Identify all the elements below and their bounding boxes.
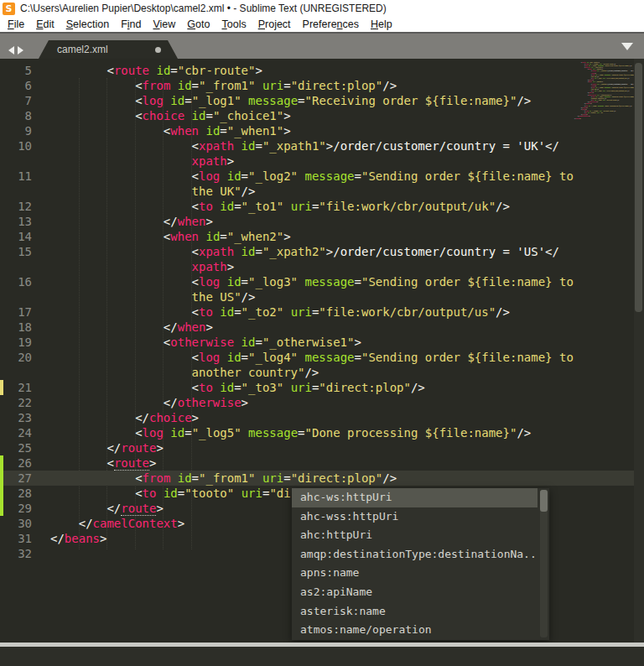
code-row[interactable]: 10 <xpath id="_xpath1">/order/customer/c… <box>0 138 634 153</box>
code-row[interactable]: 5 <route id="cbr-route"> <box>0 63 634 78</box>
code-row[interactable]: another country"/> <box>0 365 634 380</box>
menu-project[interactable]: Project <box>252 18 297 32</box>
menu-edit[interactable]: Edit <box>30 18 60 32</box>
tab-nav-back-icon[interactable] <box>8 46 14 55</box>
code-row[interactable]: 9 <when id="_when1"> <box>0 123 634 138</box>
line-number: 28 <box>0 486 32 501</box>
autocomplete-item[interactable]: ahc-ws:httpUri <box>292 488 538 507</box>
code-row[interactable]: 21 <to id="_to3" uri="direct:plop"/> <box>0 380 634 395</box>
tab-camel2-xml[interactable]: camel2.xml <box>39 40 178 59</box>
code-text: </otherwise> <box>32 396 248 409</box>
code-row[interactable]: 19 <otherwise id="_otherwise1"> <box>0 335 634 350</box>
menu-preferences[interactable]: Preferences <box>297 18 365 32</box>
autocomplete-item[interactable]: amqp:destinationType:destinationNa.. <box>292 545 538 565</box>
line-number: 5 <box>0 63 32 78</box>
code-text: xpath> <box>32 154 234 168</box>
sublime-logo-icon: S <box>3 3 15 15</box>
autocomplete-item[interactable]: as2:apiName <box>292 583 538 602</box>
line-number: 22 <box>0 395 32 410</box>
autocomplete-item[interactable]: ahc:httpUri <box>292 526 538 545</box>
menu-goto[interactable]: Goto <box>181 18 216 32</box>
code-row[interactable]: 6 <from id="_from1" uri="direct:plop"/> <box>0 78 634 93</box>
autocomplete-item[interactable]: apns:name <box>292 564 538 583</box>
line-number: 6 <box>0 78 32 93</box>
menu-tools[interactable]: Tools <box>216 18 252 32</box>
code-row[interactable]: 17 <to id="_to2" uri="file:work/cbr/outp… <box>0 304 634 320</box>
code-row[interactable]: 13 </when> <box>0 214 634 229</box>
code-row[interactable]: 11 <log id="_log2" message="Sending orde… <box>0 169 634 184</box>
code-text: <otherwise id="_otherwise1"> <box>32 336 361 349</box>
code-row[interactable]: 14 <when id="_when2"> <box>0 229 634 244</box>
editor-scrollbar-track[interactable] <box>634 59 644 643</box>
tab-label: camel2.xml <box>39 44 108 55</box>
editor-scrollbar-thumb[interactable] <box>635 63 642 312</box>
line-number: 30 <box>0 516 32 531</box>
code-row[interactable]: 25 </route> <box>0 440 634 455</box>
code-row[interactable]: 18 </when> <box>0 320 634 335</box>
code-editor[interactable]: 5 <route id="cbr-route">6 <from id="_fro… <box>0 59 644 643</box>
line-number: 20 <box>0 350 32 365</box>
code-row[interactable]: 16 <log id="_log3" message="Sending orde… <box>0 274 634 289</box>
code-text: <when id="_when2"> <box>32 230 291 243</box>
code-row[interactable]: 15 <xpath id="_xpath2">/order/customer/c… <box>0 244 634 259</box>
code-text: xpath> <box>32 260 234 273</box>
code-row[interactable]: 27 <from id="_from1" uri="direct:plop"/> <box>0 471 634 486</box>
code-text: <log id="_log4" message="Sending order $… <box>32 351 574 364</box>
popup-scrollbar-thumb[interactable] <box>540 490 548 512</box>
line-number: 7 <box>0 93 32 108</box>
line-number: 19 <box>0 335 32 350</box>
line-number: 18 <box>0 320 32 335</box>
code-text: <log id="_log3" message="Sending order $… <box>32 275 574 289</box>
line-number: 10 <box>0 138 32 153</box>
line-number: 24 <box>0 425 32 440</box>
menu-find[interactable]: Find <box>115 18 147 32</box>
code-text: </when> <box>32 215 213 228</box>
tab-nav-forward-icon[interactable] <box>18 46 23 55</box>
code-row[interactable]: the UK"/> <box>0 184 634 199</box>
code-text: <xpath id="_xpath2">/order/customer/coun… <box>32 245 559 258</box>
autocomplete-item[interactable]: atmos:name/operation <box>292 621 538 640</box>
code-row[interactable]: 22 </otherwise> <box>0 395 634 410</box>
line-number: 26 <box>0 455 32 471</box>
code-text: <route> <box>32 456 156 470</box>
line-number: 9 <box>0 123 32 138</box>
code-row[interactable]: 26 <route> <box>0 455 634 471</box>
line-number: 15 <box>0 244 32 259</box>
code-text: the US"/> <box>32 290 255 304</box>
code-text <box>32 547 50 560</box>
tab-list-dropdown-icon[interactable] <box>621 43 633 50</box>
title-bar: S C:\Users\Aurelien Pupier\Desktop\camel… <box>0 0 644 18</box>
code-row[interactable]: 20 <log id="_log4" message="Sending orde… <box>0 350 634 365</box>
menu-file[interactable]: File <box>2 18 30 32</box>
code-row[interactable]: 7 <log id="_log1" message="Receiving ord… <box>0 93 634 108</box>
line-number: 21 <box>0 380 32 395</box>
code-row[interactable]: 24 <log id="_log5" message="Done process… <box>0 425 634 440</box>
code-text: <from id="_from1" uri="direct:plop"/> <box>32 79 397 92</box>
code-text: </route> <box>32 441 164 455</box>
line-number: 23 <box>0 410 32 425</box>
code-row[interactable]: 32 <box>572 119 634 121</box>
code-row[interactable]: 8 <choice id="_choice1"> <box>0 108 634 123</box>
autocomplete-item[interactable]: asterisk:name <box>292 602 538 622</box>
code-text <box>572 119 574 121</box>
line-number: 14 <box>0 229 32 244</box>
autocomplete-popup: ahc-ws:httpUriahc-wss:httpUriahc:httpUri… <box>292 488 549 640</box>
line-number: 17 <box>0 304 32 320</box>
menu-selection[interactable]: Selection <box>60 18 115 32</box>
line-number: 12 <box>0 199 32 214</box>
menu-view[interactable]: View <box>147 18 181 32</box>
autocomplete-item[interactable]: ahc-wss:httpUri <box>292 507 538 527</box>
minimap[interactable]: 5 <route id="cbr-route">6 <from id="_fro… <box>572 61 634 195</box>
code-row[interactable]: xpath> <box>0 259 634 274</box>
line-number: 29 <box>0 501 32 516</box>
line-number: 25 <box>0 440 32 455</box>
menu-help[interactable]: Help <box>365 18 398 32</box>
code-row[interactable]: the US"/> <box>0 289 634 304</box>
code-row[interactable]: xpath> <box>0 153 634 169</box>
code-row[interactable]: 12 <to id="_to1" uri="file:work/cbr/outp… <box>0 199 634 214</box>
code-row[interactable]: 23 </choice> <box>0 410 634 425</box>
code-text: <log id="_log5" message="Done processing… <box>32 426 531 440</box>
code-text: </beans> <box>32 532 106 545</box>
tab-modified-dot-icon <box>155 47 161 53</box>
popup-scrollbar-track[interactable] <box>540 490 548 637</box>
